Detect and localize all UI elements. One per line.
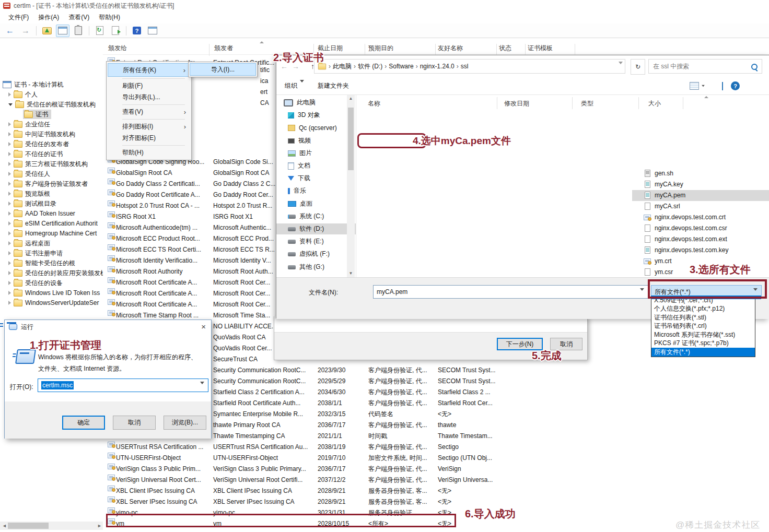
certificate-row[interactable]: VeriSign Universal Root Cert...VeriSign … <box>0 475 666 486</box>
tree-root-certificates[interactable]: 证书 - 本地计算机 <box>3 80 64 89</box>
menu-item-查看V[interactable]: 查看(V)› <box>108 106 190 117</box>
file-column-header-3[interactable]: 类型 <box>581 99 593 108</box>
certificate-row[interactable]: USERTrust RSA Certification ...USERTrust… <box>0 442 666 453</box>
refresh-icon[interactable] <box>93 25 107 37</box>
back-icon[interactable]: ← <box>3 25 17 37</box>
menu-action[interactable]: 操作(A) <box>34 11 63 23</box>
file-column-header-2[interactable]: 修改日期 <box>504 99 529 108</box>
menu-help[interactable]: 帮助(H) <box>95 11 124 23</box>
organize-button[interactable]: 组织 <box>285 81 297 90</box>
ok-button[interactable]: 确定 <box>62 416 105 430</box>
sidebar-item-3[interactable]: Qc (qcserver) <box>276 122 356 133</box>
cancel-button[interactable]: 取消 <box>113 416 156 430</box>
clipboard-icon[interactable] <box>72 25 85 37</box>
file-row[interactable]: nginx.devops.test.com.crt2023/10/17 0:36… <box>632 212 769 223</box>
expand-icon[interactable] <box>8 92 11 97</box>
menu-item-对齐图标E[interactable]: 对齐图标(E) <box>108 132 190 144</box>
tree-item-6[interactable]: 受信任的发布者 <box>8 139 69 149</box>
file-row[interactable]: nginx.devops.test.com.csr2023/10/17 0:35… <box>632 223 769 234</box>
preview-pane-icon[interactable] <box>722 82 723 90</box>
expand-icon[interactable] <box>8 132 11 136</box>
expand-icon[interactable] <box>8 122 11 126</box>
tree-item-2[interactable]: 受信任的根证书颁发机构 <box>8 100 96 109</box>
menu-view[interactable]: 查看(V) <box>64 11 94 23</box>
tree-item-1[interactable]: 个人 <box>8 90 38 99</box>
menu-item-排列图标I[interactable]: 排列图标(I)› <box>108 121 190 132</box>
sidebar-item-13[interactable]: 虚拟机 (F:) <box>276 249 356 259</box>
menu-item-all-tasks[interactable]: 所有任务(K)› <box>108 63 190 77</box>
column-header-1[interactable]: 颁发给 <box>108 44 127 53</box>
refresh-address-icon[interactable]: ↻ <box>631 59 645 75</box>
menu-item-刷新F[interactable]: 刷新(F) <box>108 80 190 91</box>
filetype-option-4[interactable]: 证书吊销列表(*.crl) <box>651 322 755 331</box>
sidebar-item-2[interactable]: 3D 对象 <box>276 110 356 121</box>
scroll-up-icon[interactable]: ▲ <box>348 96 354 101</box>
column-header-2[interactable]: 颁发者 <box>214 44 233 53</box>
file-row[interactable]: gen.sh2023/10/16 23:55SH 源文件1 KB <box>632 168 769 179</box>
file-row[interactable]: myCA.srl2023/10/17 0:36SRL 文件1 KB <box>632 201 769 212</box>
sidebar-item-14[interactable]: 其他 (G:) <box>276 262 356 273</box>
file-row[interactable]: myCA.pem2023/10/17 0:09PEM 文件2 KB <box>632 190 769 201</box>
menu-item-导出列表L[interactable]: 导出列表(L)... <box>108 91 190 103</box>
file-row[interactable]: nginx.devops.test.com.ext2023/10/17 0:36… <box>632 234 769 245</box>
sidebar-item-4[interactable]: 视频 <box>276 135 356 146</box>
close-icon[interactable]: × <box>201 322 206 331</box>
sidebar-item-11[interactable]: 软件 (D:) <box>276 223 356 234</box>
filetype-option-7[interactable]: 所有文件(*.*) <box>651 348 755 357</box>
filetype-option-2[interactable]: 个人信息交换(*.pfx;*.p12) <box>651 305 755 314</box>
breadcrumb-item[interactable]: Software <box>389 63 413 70</box>
sidebar-item-10[interactable]: 系统 (C:) <box>276 211 356 222</box>
menu-item-import[interactable]: 导入(I)... <box>190 63 256 76</box>
folder-up-icon[interactable] <box>40 25 54 37</box>
explorer-help-icon[interactable]: ? <box>731 81 740 90</box>
chevron-down-icon[interactable] <box>640 291 644 298</box>
sidebar-item-6[interactable]: 文档 <box>276 160 356 171</box>
sidebar-item-9[interactable]: 桌面 <box>276 198 356 209</box>
change-view-button[interactable] <box>690 82 705 90</box>
menu-file[interactable]: 文件(F) <box>4 11 33 23</box>
filetype-option-3[interactable]: 证书信任列表(*.stl) <box>651 313 755 322</box>
sidebar-item-12[interactable]: 资料 (E:) <box>276 236 356 247</box>
breadcrumb-item[interactable]: nginx-1.24.0 <box>420 63 455 70</box>
menu-item-帮助H[interactable]: 帮助(H) <box>108 147 190 158</box>
expand-icon[interactable] <box>8 142 11 146</box>
filename-input[interactable]: myCA.pem <box>373 285 648 299</box>
search-input[interactable]: 在 ssl 中搜索 <box>648 59 762 74</box>
breadcrumb[interactable]: ›此电脑›软件 (D:)›Software›nginx-1.24.0›ssl <box>314 59 625 74</box>
sidebar-item-1[interactable]: 此电脑 <box>276 97 354 108</box>
column-header-5[interactable]: 友好名称 <box>438 44 463 53</box>
breadcrumb-item[interactable]: 软件 (D:) <box>358 62 382 71</box>
sidebar-item-8[interactable]: 音乐 <box>276 185 356 196</box>
sidebar-scrollbar-thumb[interactable] <box>348 108 354 170</box>
file-row[interactable]: nginx.devops.test.com.key2023/10/17 0:35… <box>632 245 769 256</box>
breadcrumb-item[interactable]: ssl <box>461 63 469 70</box>
sidebar-item-7[interactable]: 下载 <box>276 173 356 184</box>
filetype-option-6[interactable]: PKCS #7 证书(*.spc;*.p7b) <box>651 339 755 348</box>
new-folder-button[interactable]: 新建文件夹 <box>318 81 349 90</box>
browse-button[interactable]: 浏览(B)... <box>164 416 206 430</box>
sidebar-splitter[interactable] <box>356 95 356 277</box>
scroll-down-icon[interactable]: ▼ <box>348 271 354 276</box>
certificate-row[interactable]: XBL Server IPsec Issuing CAXBL Server IP… <box>0 496 666 507</box>
organize-dropdown-icon[interactable] <box>300 82 304 90</box>
expand-icon[interactable] <box>8 152 11 156</box>
export-list-icon[interactable] <box>109 25 122 37</box>
sidebar-item-5[interactable]: 图片 <box>276 148 356 159</box>
breadcrumb-dropdown-icon[interactable] <box>619 64 623 72</box>
column-header-6[interactable]: 状态 <box>499 44 511 53</box>
file-column-header-1[interactable]: 名称 <box>368 99 380 108</box>
tree-item-5[interactable]: 中间证书颁发机构 <box>8 129 75 139</box>
file-column-header-4[interactable]: 大小 <box>648 99 661 108</box>
breadcrumb-item[interactable]: 此电脑 <box>333 62 352 71</box>
tree-item-4[interactable]: 企业信任 <box>8 120 50 129</box>
tree-item-3[interactable]: 证书 <box>23 110 51 119</box>
certificate-row[interactable]: VeriSign Class 3 Public Prim...VeriSign … <box>0 464 666 475</box>
filetype-option-5[interactable]: Microsoft 系列证书存储(*.sst) <box>651 330 755 339</box>
forward-icon[interactable]: → <box>19 25 32 37</box>
collapse-icon[interactable] <box>8 103 13 106</box>
certificate-row[interactable]: UTN-USERFirst-ObjectUTN-USERFirst-Object… <box>0 453 666 464</box>
certificate-row[interactable]: XBL Client IPsec Issuing CAXBL Client IP… <box>0 486 666 496</box>
column-header-4[interactable]: 预期目的 <box>368 44 393 53</box>
file-row[interactable]: myCA.key2023/10/17 0:07KEY 文件2 KB <box>632 179 769 190</box>
open-input[interactable]: certlm.msc <box>38 379 208 392</box>
